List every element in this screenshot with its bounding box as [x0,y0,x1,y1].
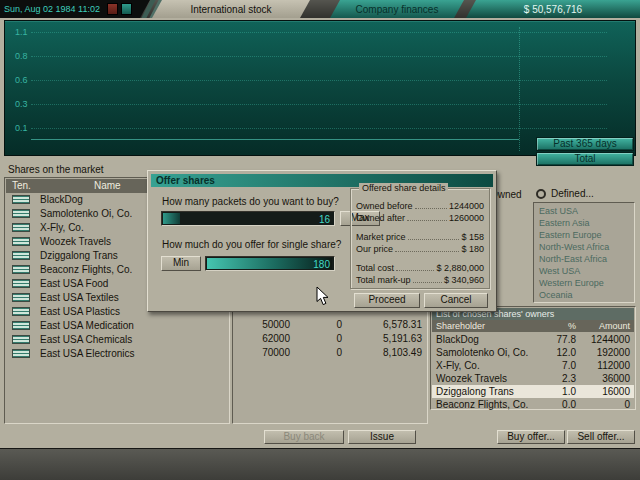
share-certificate-icon [12,223,30,232]
share-name: Woozek Travels [40,236,111,247]
shareholder-percent: 7.0 [540,359,576,372]
market-values-row[interactable]: 7000008,103.49 [234,346,426,360]
chart-y-tick: 1.1 [15,27,28,37]
detail-value: $ 180 [461,244,484,254]
tab-company-finances[interactable]: Company finances [330,0,464,18]
market-share-row[interactable]: East USA Medication [6,319,228,333]
price-slider[interactable]: 180 [205,256,335,271]
share-name: East USA Electronics [40,348,134,359]
share-certificate-icon [12,251,30,260]
shareholder-row[interactable]: Dziggalong Trans1.016000 [432,385,634,398]
share-name: Samolotenko Oi, Co. [40,208,132,219]
shareholder-name: Samolotenko Oi, Co. [432,346,540,359]
detail-row: Our price$ 180 [356,242,484,254]
dotted-leader [396,270,434,271]
shareholder-row[interactable]: BlackDog77.81244000 [432,333,634,346]
region-option[interactable]: Eastern Asia [535,217,633,229]
amount-cell: 50000 [238,319,290,330]
region-option[interactable]: West USA [535,265,633,277]
share-name: East USA Textiles [40,292,119,303]
notification-icon[interactable] [107,3,118,15]
shareholder-row[interactable]: Beaconz Flights, Co.0.00 [432,398,634,411]
chart-total-button[interactable]: Total [536,152,634,166]
region-option[interactable]: East USA [535,205,633,217]
dotted-leader [415,208,447,209]
share-certificate-icon [12,209,30,218]
chart-gridline [31,128,607,129]
issue-button[interactable]: Issue [348,430,416,444]
share-name: Dziggalong Trans [40,250,118,261]
share-certificate-icon [12,293,30,302]
share-name: East USA Food [40,278,108,289]
share-certificate-icon [12,321,30,330]
column-header-name: Name [94,179,121,193]
dotted-leader [408,239,460,240]
top-bar: Sun, Aug 02 1984 11:02 International sto… [0,0,640,18]
shareholder-row[interactable]: Woozek Travels2.336000 [432,372,634,385]
defined-label: Defined... [551,188,594,199]
market-list-title: Shares on the market [8,164,104,175]
shareholder-amount: 0 [576,398,634,411]
detail-value: $ 158 [461,232,484,242]
stock-price-line [31,139,519,140]
price-question: How much do you offer for single share? [162,239,341,250]
share-name: East USA Chemicals [40,334,132,345]
sell-offer-button[interactable]: Sell offer... [567,430,635,444]
shareholder-name: Beaconz Flights, Co. [432,398,540,411]
price-value: 180 [313,259,330,270]
market-values-row[interactable]: 6200005,191.63 [234,332,426,346]
buy-offer-button[interactable]: Buy offer... [497,430,565,444]
region-option[interactable]: Oceania [535,289,633,301]
market-share-row[interactable]: East USA Electronics [6,347,228,361]
detail-row: Owned after1260000 [356,211,484,223]
shareholder-name: Woozek Travels [432,372,540,385]
detail-row: Total mark-up$ 340,960 [356,273,484,285]
column-header-shareholder: Shareholder [432,320,540,332]
shareholder-name: X-Fly, Co. [432,359,540,372]
shareholder-percent: 77.8 [540,333,576,346]
detail-label: Total mark-up [356,275,411,285]
share-name: East USA Plastics [40,306,120,317]
detail-label: Owned before [356,201,413,211]
shareholder-amount: 36000 [576,372,634,385]
min-button[interactable]: Min [161,256,201,271]
chart-range-button[interactable]: Past 365 days [536,137,634,151]
chart-y-tick: 0.8 [15,51,28,61]
shareholder-row[interactable]: Samolotenko Oi, Co.12.0192000 [432,346,634,359]
dotted-leader [413,282,442,283]
market-share-row[interactable]: East USA Chemicals [6,333,228,347]
share-name: BlackDog [40,194,83,205]
region-option[interactable]: North-West Africa [535,241,633,253]
regions-list: East USAEastern AsiaEastern EuropeNorth-… [533,202,635,303]
chart-vertical-gridline [519,27,520,151]
market-values-row[interactable]: 5000006,578.31 [234,318,426,332]
proceed-button[interactable]: Proceed [354,293,420,308]
share-name: East USA Medication [40,320,134,331]
defined-radio[interactable] [536,189,546,199]
share-name: Beaconz Flights, Co. [40,264,132,275]
price-cell: 8,103.49 [332,347,422,358]
bottom-bar: ▤ ! [0,448,640,480]
offered-share-details-group: Offered share details Owned before124400… [350,188,490,289]
datetime-label: Sun, Aug 02 1984 11:02 [4,4,100,14]
packets-value: 16 [319,214,330,225]
column-header-percent: % [540,320,576,332]
mouse-cursor [316,286,329,306]
clock-icon[interactable] [121,3,132,15]
game-clock: Sun, Aug 02 1984 11:02 [0,0,150,18]
detail-label: Total cost [356,263,394,273]
buy-back-button[interactable]: Buy back [264,430,344,444]
share-certificate-icon [12,237,30,246]
region-option[interactable]: Western Europe [535,277,633,289]
shareholder-row[interactable]: X-Fly, Co.7.0112000 [432,359,634,372]
share-certificate-icon [12,349,30,358]
region-option[interactable]: Eastern Europe [535,229,633,241]
detail-row: Total cost$ 2,880,000 [356,261,484,273]
shareholder-amount: 1244000 [576,333,634,346]
packets-slider[interactable]: 16 [161,211,335,226]
cancel-button[interactable]: Cancel [424,293,488,308]
shareholder-amount: 16000 [576,385,634,398]
region-option[interactable]: North-East Africa [535,253,633,265]
shareholder-percent: 0.0 [540,398,576,411]
tab-international-stock[interactable]: International stock [152,0,310,18]
